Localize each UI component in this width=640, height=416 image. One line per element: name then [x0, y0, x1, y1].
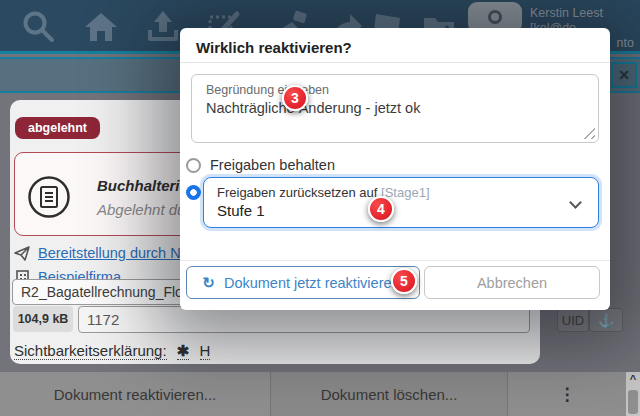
confirm-reactivate-button[interactable]: ↻ Dokument jetzt reaktivieren! [186, 266, 420, 299]
ledger-icon [27, 175, 71, 219]
close-tab-button[interactable]: ✕ [611, 62, 637, 88]
scroll-up-icon[interactable]: ^ [626, 372, 640, 386]
reset-stage-selected-value: Stufe 1 [217, 202, 265, 219]
provision-link-row: Bereitstellung durch N [14, 244, 181, 262]
dialog-title-divider [180, 62, 610, 63]
visibility-asterisk-value[interactable]: ✱ [177, 342, 190, 360]
chevron-down-icon [569, 196, 582, 209]
file-size-chip: 104,9 kB [13, 306, 73, 332]
reset-stage-select[interactable]: Freigaben zurücksetzen auf [Stage1] Stuf… [203, 177, 599, 228]
annotation-badge-4: 4 [368, 196, 394, 222]
provision-link[interactable]: Bereitstellung durch N [38, 245, 181, 261]
radio-reset-approvals[interactable] [186, 185, 201, 200]
reason-textarea[interactable]: Begründung eingeben Nachträgliche Änderu… [191, 74, 599, 143]
resize-handle[interactable] [583, 127, 595, 139]
anchor-button[interactable]: ⚓ [589, 308, 623, 332]
dialog-footer-divider [180, 260, 610, 261]
annotation-badge-3: 3 [282, 85, 308, 111]
search-icon[interactable] [20, 8, 58, 46]
kebab-menu-icon: ⋮ [559, 384, 576, 405]
anchor-icon: ⚓ [598, 313, 614, 328]
uid-button[interactable]: UID [557, 308, 589, 332]
reason-value: Nachträgliche Änderung - jetzt ok [206, 100, 420, 116]
visibility-h-value[interactable]: H [200, 342, 211, 360]
reset-stage-label-text: Freigaben zurücksetzen auf [217, 185, 377, 200]
visibility-label: Sichtbarkeitserklärung: [14, 342, 167, 360]
upload-tray-icon[interactable] [144, 8, 182, 46]
scrollbar[interactable]: ^ [626, 372, 640, 416]
scrollbar-thumb[interactable] [628, 390, 638, 414]
delete-document-button[interactable]: Dokument löschen... [270, 372, 508, 416]
reactivate-dialog: Wirklich reaktivieren? Begründung eingeb… [180, 28, 610, 310]
paper-plane-icon [14, 245, 31, 262]
close-icon: ✕ [618, 67, 630, 83]
document-action-bar: Dokument reaktivieren... Dokument lösche… [0, 372, 640, 416]
page-count-field[interactable]: 1172 [78, 306, 530, 333]
status-badge: abgelehnt [15, 117, 100, 139]
refresh-icon: ↻ [202, 274, 215, 292]
radio-keep-approvals-label[interactable]: Freigaben behalten [210, 157, 335, 173]
app-window: Kerstin Leest [kel@do... nto ✕ abgelehnt… [0, 0, 640, 416]
dialog-title: Wirklich reaktivieren? [196, 39, 352, 56]
annotation-badge-5: 5 [391, 268, 417, 294]
radio-keep-approvals[interactable] [186, 158, 201, 173]
reactivate-document-button[interactable]: Dokument reaktivieren... [0, 372, 270, 416]
avatar-placeholder-icon [488, 10, 502, 24]
home-icon[interactable] [82, 8, 120, 46]
visibility-row: Sichtbarkeitserklärung: ✱ H [14, 342, 216, 360]
cancel-label: Abbrechen [477, 275, 547, 291]
more-actions-button[interactable]: ⋮ [508, 372, 626, 416]
reset-stage-label: Freigaben zurücksetzen auf [Stage1] [217, 185, 430, 200]
cancel-button[interactable]: Abbrechen [424, 266, 600, 299]
confirm-reactivate-label: Dokument jetzt reaktivieren! [224, 275, 404, 291]
reason-placeholder-label: Begründung eingeben [206, 83, 329, 97]
